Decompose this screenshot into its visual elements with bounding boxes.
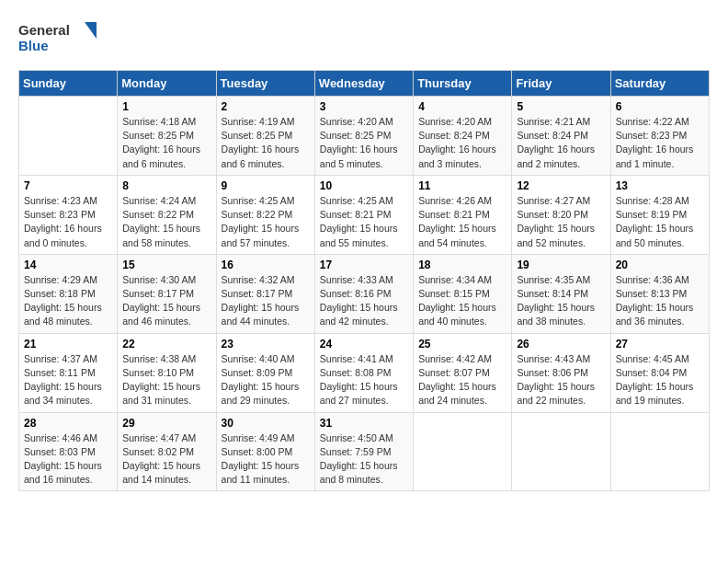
calendar-cell: 26Sunrise: 4:43 AM Sunset: 8:06 PM Dayli… <box>512 333 610 412</box>
header-row: SundayMondayTuesdayWednesdayThursdayFrid… <box>19 71 710 97</box>
calendar-cell <box>414 412 512 491</box>
week-row-4: 21Sunrise: 4:37 AM Sunset: 8:11 PM Dayli… <box>19 333 710 412</box>
day-info: Sunrise: 4:37 AM Sunset: 8:11 PM Dayligh… <box>24 352 112 408</box>
logo: GeneralBlue <box>18 18 101 55</box>
calendar-cell: 5Sunrise: 4:21 AM Sunset: 8:24 PM Daylig… <box>512 97 610 176</box>
day-info: Sunrise: 4:24 AM Sunset: 8:22 PM Dayligh… <box>122 194 210 250</box>
day-number: 29 <box>122 417 210 430</box>
day-number: 3 <box>320 100 408 113</box>
day-info: Sunrise: 4:32 AM Sunset: 8:17 PM Dayligh… <box>222 273 310 329</box>
day-info: Sunrise: 4:43 AM Sunset: 8:06 PM Dayligh… <box>517 352 605 408</box>
calendar-cell: 10Sunrise: 4:25 AM Sunset: 8:21 PM Dayli… <box>314 175 413 254</box>
col-header-friday: Friday <box>512 71 610 97</box>
day-info: Sunrise: 4:36 AM Sunset: 8:13 PM Dayligh… <box>616 273 704 329</box>
day-number: 18 <box>418 259 506 271</box>
calendar-cell <box>512 412 610 491</box>
day-number: 19 <box>517 259 605 271</box>
calendar-cell: 20Sunrise: 4:36 AM Sunset: 8:13 PM Dayli… <box>610 254 709 333</box>
calendar-cell: 6Sunrise: 4:22 AM Sunset: 8:23 PM Daylig… <box>610 97 709 176</box>
svg-marker-0 <box>85 22 97 39</box>
day-number: 25 <box>418 338 506 350</box>
day-info: Sunrise: 4:25 AM Sunset: 8:21 PM Dayligh… <box>320 194 408 250</box>
week-row-3: 14Sunrise: 4:29 AM Sunset: 8:18 PM Dayli… <box>19 254 710 333</box>
calendar-cell: 3Sunrise: 4:20 AM Sunset: 8:25 PM Daylig… <box>314 97 413 176</box>
calendar-cell: 9Sunrise: 4:25 AM Sunset: 8:22 PM Daylig… <box>216 175 314 254</box>
col-header-thursday: Thursday <box>414 71 512 97</box>
day-info: Sunrise: 4:20 AM Sunset: 8:25 PM Dayligh… <box>320 115 408 171</box>
day-info: Sunrise: 4:27 AM Sunset: 8:20 PM Dayligh… <box>517 194 605 250</box>
calendar-cell: 17Sunrise: 4:33 AM Sunset: 8:16 PM Dayli… <box>314 254 413 333</box>
day-info: Sunrise: 4:25 AM Sunset: 8:22 PM Dayligh… <box>222 194 310 250</box>
week-row-5: 28Sunrise: 4:46 AM Sunset: 8:03 PM Dayli… <box>19 412 710 491</box>
calendar-cell: 31Sunrise: 4:50 AM Sunset: 7:59 PM Dayli… <box>314 412 413 491</box>
calendar-cell: 30Sunrise: 4:49 AM Sunset: 8:00 PM Dayli… <box>216 412 314 491</box>
calendar-cell: 12Sunrise: 4:27 AM Sunset: 8:20 PM Dayli… <box>512 175 610 254</box>
day-number: 8 <box>122 179 210 192</box>
day-number: 2 <box>222 100 310 113</box>
calendar-cell: 11Sunrise: 4:26 AM Sunset: 8:21 PM Dayli… <box>414 175 512 254</box>
day-number: 16 <box>222 259 310 271</box>
day-info: Sunrise: 4:20 AM Sunset: 8:24 PM Dayligh… <box>418 115 506 171</box>
day-number: 14 <box>24 259 112 271</box>
day-number: 12 <box>517 179 605 192</box>
day-number: 24 <box>320 338 408 350</box>
day-info: Sunrise: 4:42 AM Sunset: 8:07 PM Dayligh… <box>418 352 506 408</box>
col-header-sunday: Sunday <box>19 71 118 97</box>
calendar-cell: 1Sunrise: 4:18 AM Sunset: 8:25 PM Daylig… <box>118 97 216 176</box>
svg-text:General: General <box>18 22 70 38</box>
calendar-cell: 8Sunrise: 4:24 AM Sunset: 8:22 PM Daylig… <box>118 175 216 254</box>
day-info: Sunrise: 4:19 AM Sunset: 8:25 PM Dayligh… <box>222 115 310 171</box>
col-header-wednesday: Wednesday <box>314 71 413 97</box>
day-info: Sunrise: 4:50 AM Sunset: 7:59 PM Dayligh… <box>320 431 408 488</box>
day-number: 1 <box>122 100 210 113</box>
day-info: Sunrise: 4:23 AM Sunset: 8:23 PM Dayligh… <box>24 194 112 250</box>
calendar-cell: 23Sunrise: 4:40 AM Sunset: 8:09 PM Dayli… <box>216 333 314 412</box>
day-number: 9 <box>222 179 310 192</box>
day-info: Sunrise: 4:33 AM Sunset: 8:16 PM Dayligh… <box>320 273 408 329</box>
svg-text:Blue: Blue <box>18 38 49 53</box>
calendar-cell: 2Sunrise: 4:19 AM Sunset: 8:25 PM Daylig… <box>216 97 314 176</box>
day-info: Sunrise: 4:26 AM Sunset: 8:21 PM Dayligh… <box>418 194 506 250</box>
day-number: 31 <box>320 417 408 430</box>
day-number: 15 <box>122 259 210 271</box>
day-info: Sunrise: 4:46 AM Sunset: 8:03 PM Dayligh… <box>24 431 112 488</box>
day-number: 28 <box>24 417 112 430</box>
day-number: 11 <box>418 179 506 192</box>
calendar-cell: 16Sunrise: 4:32 AM Sunset: 8:17 PM Dayli… <box>216 254 314 333</box>
col-header-monday: Monday <box>118 71 216 97</box>
calendar-cell: 25Sunrise: 4:42 AM Sunset: 8:07 PM Dayli… <box>414 333 512 412</box>
day-info: Sunrise: 4:18 AM Sunset: 8:25 PM Dayligh… <box>122 115 210 171</box>
day-info: Sunrise: 4:38 AM Sunset: 8:10 PM Dayligh… <box>122 352 210 408</box>
calendar-cell: 19Sunrise: 4:35 AM Sunset: 8:14 PM Dayli… <box>512 254 610 333</box>
day-number: 20 <box>616 259 704 271</box>
logo-svg: GeneralBlue <box>18 18 101 55</box>
day-info: Sunrise: 4:21 AM Sunset: 8:24 PM Dayligh… <box>517 115 605 171</box>
page-header: GeneralBlue <box>18 18 710 55</box>
calendar-cell: 27Sunrise: 4:45 AM Sunset: 8:04 PM Dayli… <box>610 333 709 412</box>
calendar-cell: 13Sunrise: 4:28 AM Sunset: 8:19 PM Dayli… <box>610 175 709 254</box>
calendar-cell: 24Sunrise: 4:41 AM Sunset: 8:08 PM Dayli… <box>314 333 413 412</box>
calendar-cell: 15Sunrise: 4:30 AM Sunset: 8:17 PM Dayli… <box>118 254 216 333</box>
day-info: Sunrise: 4:34 AM Sunset: 8:15 PM Dayligh… <box>418 273 506 329</box>
calendar-table: SundayMondayTuesdayWednesdayThursdayFrid… <box>18 70 710 491</box>
day-number: 17 <box>320 259 408 271</box>
day-info: Sunrise: 4:29 AM Sunset: 8:18 PM Dayligh… <box>24 273 112 329</box>
col-header-tuesday: Tuesday <box>216 71 314 97</box>
calendar-cell: 14Sunrise: 4:29 AM Sunset: 8:18 PM Dayli… <box>19 254 118 333</box>
day-number: 22 <box>122 338 210 350</box>
calendar-cell: 21Sunrise: 4:37 AM Sunset: 8:11 PM Dayli… <box>19 333 118 412</box>
day-info: Sunrise: 4:30 AM Sunset: 8:17 PM Dayligh… <box>122 273 210 329</box>
day-info: Sunrise: 4:41 AM Sunset: 8:08 PM Dayligh… <box>320 352 408 408</box>
calendar-cell <box>19 97 118 176</box>
calendar-cell: 28Sunrise: 4:46 AM Sunset: 8:03 PM Dayli… <box>19 412 118 491</box>
day-number: 4 <box>418 100 506 113</box>
calendar-cell: 22Sunrise: 4:38 AM Sunset: 8:10 PM Dayli… <box>118 333 216 412</box>
day-number: 13 <box>616 179 704 192</box>
day-info: Sunrise: 4:45 AM Sunset: 8:04 PM Dayligh… <box>616 352 704 408</box>
day-number: 30 <box>222 417 310 430</box>
calendar-cell: 29Sunrise: 4:47 AM Sunset: 8:02 PM Dayli… <box>118 412 216 491</box>
week-row-2: 7Sunrise: 4:23 AM Sunset: 8:23 PM Daylig… <box>19 175 710 254</box>
day-number: 26 <box>517 338 605 350</box>
day-info: Sunrise: 4:49 AM Sunset: 8:00 PM Dayligh… <box>222 431 310 488</box>
day-info: Sunrise: 4:47 AM Sunset: 8:02 PM Dayligh… <box>122 431 210 488</box>
